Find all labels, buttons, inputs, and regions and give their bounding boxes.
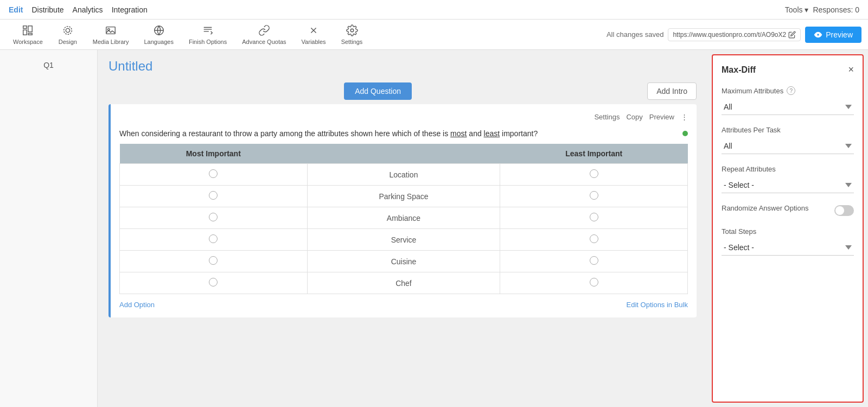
add-option-link[interactable]: Add Option [119, 301, 155, 309]
question-and: and [467, 129, 483, 138]
nav-edit[interactable]: Edit [9, 5, 23, 14]
question-copy[interactable]: Copy [626, 113, 642, 121]
toolbar-quotas[interactable]: Advance Quotas [235, 22, 292, 47]
radio-circle-most[interactable] [209, 256, 218, 265]
select-attributes-per-task[interactable]: All 2345 [722, 138, 854, 154]
url-text: https://www.questionpro.com/t/AO9oX2 [673, 31, 786, 39]
attribute-label: Chef [307, 272, 500, 294]
question-prefix: When considering a restaurant to throw a… [119, 129, 450, 138]
edit-url-icon[interactable] [788, 31, 796, 39]
toolbar-quotas-label: Advance Quotas [242, 39, 286, 45]
label-total-steps: Total Steps [722, 227, 854, 236]
toolbar-design[interactable]: Design [52, 22, 84, 47]
radio-circle-least[interactable] [590, 169, 598, 178]
add-question-bar: Add Question Add Intro [98, 78, 707, 104]
question-settings[interactable]: Settings [594, 113, 620, 121]
nav-analytics[interactable]: Analytics [73, 5, 103, 14]
nav-integration[interactable]: Integration [112, 5, 148, 14]
svg-rect-0 [23, 26, 27, 28]
more-options-icon[interactable]: ⋮ [681, 113, 688, 121]
select-total-steps[interactable]: - Select - 2345 [722, 240, 854, 256]
question-text: When considering a restaurant to throw a… [119, 128, 678, 139]
attribute-label: Location [307, 164, 500, 186]
tools-menu[interactable]: Tools ▾ [785, 5, 809, 14]
section-attributes-per-task: Attributes Per Task All 2345 [722, 126, 854, 154]
toolbar-settings-label: Settings [341, 39, 363, 45]
label-randomize: Randomize Answer Options [722, 204, 808, 212]
svg-point-9 [350, 29, 354, 32]
radio-circle-most[interactable] [209, 213, 218, 221]
select-maximum-attributes[interactable]: All 2345 [722, 99, 854, 115]
question-suffix: important? [500, 129, 538, 138]
radio-least[interactable] [500, 251, 688, 272]
eye-icon [814, 30, 822, 39]
right-panel: Max-Diff × Maximum Attributes ? All 2345… [712, 54, 864, 403]
panel-title: Max-Diff [722, 65, 756, 75]
attribute-label: Parking Space [307, 186, 500, 207]
dot-indicator [682, 131, 688, 136]
toolbar-workspace-label: Workspace [13, 39, 43, 45]
add-intro-button[interactable]: Add Intro [647, 82, 697, 100]
add-question-button[interactable]: Add Question [344, 82, 412, 100]
radio-circle-most[interactable] [209, 234, 218, 243]
toggle-randomize[interactable] [834, 205, 854, 216]
radio-circle-least[interactable] [590, 278, 598, 287]
table-row: Parking Space [120, 186, 688, 207]
toolbar-languages[interactable]: Languages [137, 22, 180, 47]
panel-close-button[interactable]: × [848, 64, 854, 75]
preview-label: Preview [826, 30, 853, 39]
q1-label: Q1 [43, 61, 54, 69]
preview-button[interactable]: Preview [805, 27, 861, 43]
svg-point-5 [63, 26, 72, 34]
radio-most[interactable] [120, 251, 308, 272]
toolbar-languages-label: Languages [144, 39, 173, 45]
table-row: Cuisine [120, 251, 688, 272]
radio-most[interactable] [120, 186, 308, 207]
radio-least[interactable] [500, 164, 688, 186]
toolbar-media[interactable]: Media Library [86, 22, 136, 47]
radio-circle-most[interactable] [209, 169, 218, 178]
radio-circle-least[interactable] [590, 234, 598, 243]
svg-point-10 [817, 34, 819, 36]
col-least-important: Least Important [500, 144, 688, 164]
col-most-important: Most Important [120, 144, 308, 164]
edit-bulk-link[interactable]: Edit Options in Bulk [627, 301, 688, 309]
radio-circle-least[interactable] [590, 213, 598, 221]
radio-least[interactable] [500, 186, 688, 207]
svg-rect-1 [23, 30, 27, 35]
radio-circle-least[interactable] [590, 191, 598, 200]
table-actions: Add Option Edit Options in Bulk [119, 301, 688, 309]
svg-point-4 [66, 28, 69, 32]
nav-distribute[interactable]: Distribute [31, 5, 63, 14]
select-repeat-attributes[interactable]: - Select - YesNo [722, 177, 854, 193]
radio-circle-most[interactable] [209, 278, 218, 287]
section-maximum-attributes: Maximum Attributes ? All 2345 [722, 86, 854, 115]
survey-table: Most Important Least Important Location … [119, 144, 688, 294]
col-attribute [307, 144, 500, 164]
radio-most[interactable] [120, 207, 308, 229]
radio-least[interactable] [500, 229, 688, 251]
radio-most[interactable] [120, 229, 308, 251]
radio-circle-least[interactable] [590, 256, 598, 265]
toolbar-workspace[interactable]: Workspace [7, 22, 49, 47]
radio-most[interactable] [120, 272, 308, 294]
main-layout: Q1 Untitled Add Question Add Intro Setti… [0, 50, 868, 407]
question-preview[interactable]: Preview [649, 113, 674, 121]
toolbar-finish[interactable]: Finish Options [182, 22, 233, 47]
table-row: Chef [120, 272, 688, 294]
attribute-label: Service [307, 229, 500, 251]
radio-least[interactable] [500, 272, 688, 294]
question-block: Settings Copy Preview ⋮ When considering… [108, 104, 697, 317]
section-total-steps: Total Steps - Select - 2345 [722, 227, 854, 256]
radio-most[interactable] [120, 164, 308, 186]
radio-least[interactable] [500, 207, 688, 229]
toolbar-settings[interactable]: Settings [335, 22, 369, 47]
toggle-row-randomize: Randomize Answer Options [722, 204, 854, 217]
toolbar-finish-label: Finish Options [189, 39, 227, 45]
toolbar-variables-label: Variables [302, 39, 326, 45]
help-icon-maximum-attributes[interactable]: ? [787, 86, 795, 95]
toolbar-design-label: Design [59, 39, 77, 45]
label-maximum-attributes: Maximum Attributes ? [722, 86, 854, 95]
toolbar-variables[interactable]: Variables [295, 22, 333, 47]
radio-circle-most[interactable] [209, 191, 218, 200]
